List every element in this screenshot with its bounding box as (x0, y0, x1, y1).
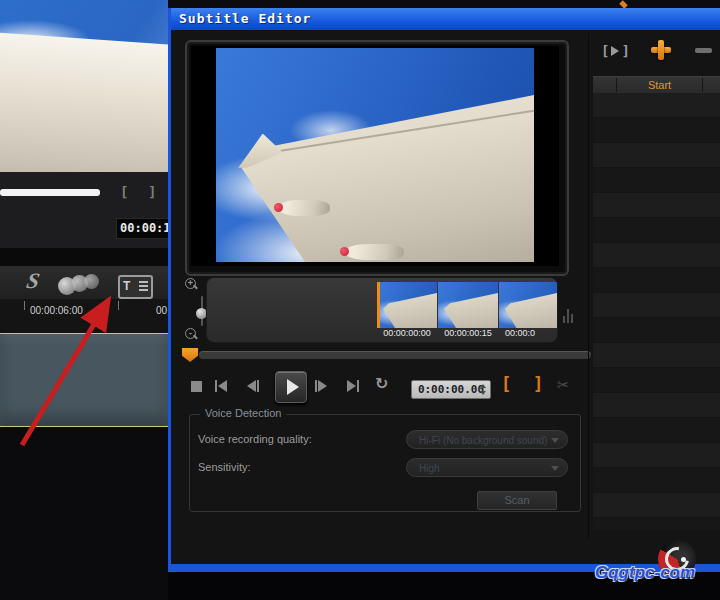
subtitle-list-row[interactable] (593, 193, 720, 218)
timecode-value: 0:00:00.00 (418, 383, 484, 396)
spinner-down-icon (480, 391, 486, 395)
panel-seam (588, 33, 589, 538)
column-divider (702, 78, 703, 92)
thumbnail-timecode: 00:00:00:00 (377, 328, 437, 338)
bracket-right: ] (621, 43, 629, 59)
quality-dropdown[interactable]: Hi-Fi (No background sound) (406, 430, 568, 449)
loop-playback-button[interactable]: ↻ (375, 374, 388, 393)
subtitle-list-header: Start (593, 76, 720, 94)
subtitle-list-row[interactable] (593, 418, 720, 443)
voice-detection-group: Voice Detection Voice recording quality:… (189, 414, 581, 512)
subtitle-editor-button[interactable]: T (118, 275, 153, 299)
subtitle-list-row[interactable] (593, 268, 720, 293)
timecode-spinner[interactable] (479, 383, 488, 396)
previous-frame-button[interactable] (247, 379, 259, 393)
subtitle-editor-dialog: Subtitle Editor + - (168, 8, 720, 572)
sensitivity-dropdown[interactable]: High (406, 458, 568, 477)
background-divider (0, 248, 168, 266)
trim-bar[interactable] (0, 189, 100, 196)
bracket-left: [ (601, 43, 609, 59)
subtitle-list-row[interactable] (593, 118, 720, 143)
subtitle-list-row[interactable] (593, 493, 720, 518)
background-video-preview (0, 0, 168, 172)
circle-shape (84, 274, 99, 289)
timeline-playhead[interactable] (182, 348, 198, 362)
chevron-down-icon (551, 438, 559, 443)
subtitle-list-row[interactable] (593, 218, 720, 243)
video-thumbnail[interactable] (377, 282, 437, 328)
play-button[interactable] (275, 371, 307, 403)
ruler-tick (118, 301, 119, 310)
timeline-ruler[interactable]: 00:00:06:00 00 (0, 299, 168, 333)
text-lines-icon (139, 281, 148, 283)
filmstrip-timeline[interactable]: 00:00:00:00 00:00:00:15 00:00:0 (206, 277, 558, 343)
preview-screen (191, 46, 559, 266)
subtitle-list-row[interactable] (593, 168, 720, 193)
video-thumbnail[interactable] (438, 282, 498, 328)
background-timecode: 00:00:1 (116, 218, 173, 239)
next-frame-button[interactable] (315, 379, 327, 393)
watermark-text: Gqgtpc-com (595, 563, 720, 583)
bar-shape (357, 380, 359, 392)
bar-shape (257, 380, 259, 392)
subtitle-list-row[interactable] (593, 143, 720, 168)
video-thumbnail[interactable] (499, 282, 557, 328)
subtitle-list-row[interactable] (593, 293, 720, 318)
subtitle-list-row[interactable] (593, 343, 720, 368)
subtitle-list-row[interactable] (593, 368, 720, 393)
screenshot-root: [ ] 00:00:1 S T 00:00:06:00 00 Subtitle (0, 0, 720, 600)
subtitle-list-row[interactable] (593, 518, 720, 530)
sensitivity-value: High (419, 463, 440, 474)
subtitle-list-row[interactable] (593, 318, 720, 343)
spinner-up-icon (480, 384, 486, 388)
horizontal-scrollbar[interactable] (199, 351, 591, 359)
triangle-left-icon (247, 380, 256, 392)
go-to-start-button[interactable] (215, 379, 227, 393)
subtitle-list-row[interactable] (593, 243, 720, 268)
go-to-end-button[interactable] (347, 379, 359, 393)
subtitle-list-row[interactable] (593, 443, 720, 468)
subtitle-list-row[interactable] (593, 468, 720, 493)
background-empty-area (0, 427, 168, 600)
subtitle-list-row[interactable] (593, 93, 720, 118)
ruler-timecode-partial: 00 (156, 305, 167, 316)
ruler-tick (24, 301, 25, 310)
logo-dot (681, 557, 686, 562)
remove-subtitle-button[interactable] (695, 48, 712, 53)
mark-in-icon[interactable]: [ (120, 184, 128, 200)
effects-icon[interactable]: S (13, 268, 53, 296)
dialog-titlebar[interactable]: Subtitle Editor (171, 8, 720, 30)
audio-waveform-icon (561, 305, 577, 325)
color-circles-icon[interactable] (58, 274, 106, 298)
timeline-video-track[interactable] (0, 333, 168, 427)
strip-playhead-marker[interactable] (377, 282, 380, 328)
quality-label: Voice recording quality: (198, 433, 312, 445)
split-clip-button[interactable]: ✂ (557, 376, 570, 394)
add-subtitle-button[interactable] (649, 38, 673, 62)
transport-timecode-field[interactable]: 0:00:00.00 (411, 380, 491, 399)
subtitle-list-row[interactable] (593, 393, 720, 418)
start-column-header: Start (617, 77, 702, 93)
subtitle-list[interactable] (593, 93, 720, 530)
quality-value: Hi-Fi (No background sound) (419, 435, 547, 446)
thumbnail-timecode: 00:00:00:15 (438, 328, 498, 338)
stop-button[interactable] (191, 381, 202, 392)
flap-fairing-shape (278, 200, 330, 216)
zoom-out-icon[interactable]: - (184, 327, 197, 340)
jump-to-subtitle-icon[interactable]: [ ] (601, 42, 630, 60)
subtitle-button-letter: T (123, 279, 130, 293)
magnifier-handle (193, 334, 198, 339)
flap-fairing-tip (274, 203, 283, 212)
dialog-title: Subtitle Editor (179, 11, 311, 26)
plus-icon (658, 40, 664, 60)
preview-video (216, 48, 534, 262)
flap-fairing-tip (340, 247, 349, 256)
mark-out-button[interactable]: ] (533, 374, 543, 394)
mark-out-icon[interactable]: ] (148, 184, 156, 200)
zoom-in-icon[interactable]: + (184, 277, 197, 290)
scan-button[interactable]: Scan (477, 491, 557, 510)
mark-in-button[interactable]: [ (501, 374, 511, 394)
triangle-left-icon (218, 380, 227, 392)
thumbnail-timecode: 00:00:0 (499, 328, 558, 338)
background-control-panel: [ ] 00:00:1 (0, 172, 168, 248)
